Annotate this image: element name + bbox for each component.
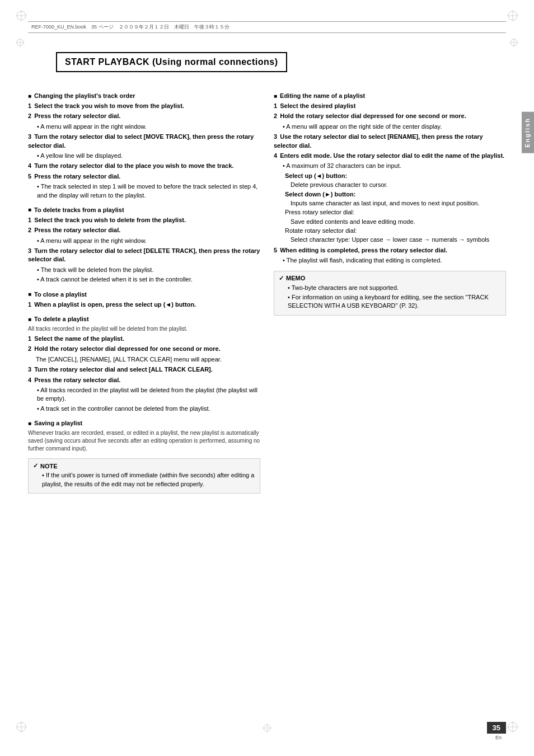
step-4-change: 4 Turn the rotary selector dial to the p…	[28, 162, 260, 170]
step-4-del-playlist: 4 Press the rotary selector dial.	[28, 376, 260, 384]
note-bullet-1: If the unit's power is turned off immedi…	[42, 471, 255, 489]
memo-title: ✓ MEMO	[279, 275, 501, 282]
step-2-del-playlist: 2 Hold the rotary selector dial depresse…	[28, 345, 260, 353]
memo-box: ✓ MEMO Two-byte characters are not suppo…	[274, 271, 506, 316]
title-section: START PLAYBACK (Using normal connections…	[28, 42, 506, 80]
step-text: Hold the rotary selector dial depressed …	[280, 112, 466, 119]
step-num: 1	[274, 102, 277, 109]
step-2-edit: 2 Hold the rotary selector dial depresse…	[274, 112, 506, 120]
section-saving-playlist: Saving a playlist Whenever tracks are re…	[28, 420, 260, 494]
page-title: START PLAYBACK (Using normal connections…	[65, 57, 278, 67]
corner-mark-bl	[16, 721, 27, 734]
corner-mark-tl	[16, 10, 27, 22]
step-text: When editing is completed, press the rot…	[280, 247, 447, 253]
corner-mark-tr	[507, 10, 518, 22]
sub-item-label: Select up (◄) button:	[285, 172, 347, 179]
section-close-playlist: To close a playlist 1 When a playlist is…	[28, 291, 260, 309]
section-header-editing-name: Editing the name of a playlist	[274, 92, 506, 99]
step-num: 1	[28, 335, 31, 342]
step-num: 4	[28, 162, 31, 169]
sub-item-rotate-rotary-text: Select character type: Upper case → lowe…	[291, 236, 506, 244]
sidebar-label: English	[522, 112, 534, 153]
page-wrapper: REF-7000_KU_EN.book 35 ページ ２００９年２月１２日 木曜…	[0, 0, 534, 756]
step-1-delete: 1 Select the track you wish to delete fr…	[28, 216, 260, 224]
reg-mark-bottom-center	[263, 724, 271, 734]
sub-item-label: Press rotary selector dial:	[285, 209, 354, 215]
step-num: 5	[28, 173, 31, 180]
step-num: 2	[28, 227, 31, 233]
memo-label: MEMO	[286, 275, 305, 281]
left-column: Changing the playlist's track order 1 Se…	[28, 86, 260, 499]
step-4-edit: 4 Enters edit mode. Use the rotary selec…	[274, 152, 506, 160]
sub-item-select-up-label: Select up (◄) button:	[285, 172, 506, 180]
bullet-3-change: The track selected in step 1 will be mov…	[37, 182, 260, 200]
sub-item-press-rotary-text: Save edited contents and leave editing m…	[291, 218, 506, 226]
bullet-3-edit: The playlist will flash, indicating that…	[283, 256, 506, 265]
delete-playlist-intro: All tracks recorded in the playlist will…	[28, 325, 260, 333]
step-3-delete: 3 Turn the rotary selector dial to selec…	[28, 247, 260, 264]
bullet-1-edit: A menu will appear on the right side of …	[283, 123, 506, 131]
section-delete-playlist: To delete a playlist All tracks recorded…	[28, 316, 260, 413]
main-content: Changing the playlist's track order 1 Se…	[28, 86, 506, 499]
step-num: 2	[28, 345, 31, 352]
step-text: When a playlist is open, press the selec…	[34, 301, 196, 308]
step-1-change: 1 Select the track you wish to move from…	[28, 102, 260, 110]
step-num: 3	[28, 133, 31, 140]
sub-item-press-rotary-label: Press rotary selector dial:	[285, 208, 506, 217]
step-text: Turn the rotary selector dial and select…	[34, 366, 213, 373]
step-text: Press the rotary selector dial.	[34, 377, 120, 383]
header-bar: REF-7000_KU_EN.book 35 ページ ２００９年２月１２日 木曜…	[28, 21, 506, 33]
right-column: Editing the name of a playlist 1 Select …	[274, 86, 506, 499]
memo-checkmark-icon: ✓	[279, 275, 284, 282]
memo-bullet-2: For information on using a keyboard for …	[288, 293, 501, 311]
step-text: Press the rotary selector dial.	[34, 112, 120, 119]
section-changing-track-order: Changing the playlist's track order 1 Se…	[28, 92, 260, 200]
step-num: 2	[28, 112, 31, 119]
bullet-2-change: A yellow line will be displayed.	[37, 152, 260, 160]
step-3-del-playlist: 3 Turn the rotary selector dial and sele…	[28, 365, 260, 374]
note-title: ✓ NOTE	[33, 462, 255, 469]
step-text: Turn the rotary selector dial to select …	[28, 133, 254, 148]
sub-item-select-up-text: Delete previous character to cursor.	[291, 181, 506, 189]
sub-item-label: Select down (►) button:	[285, 191, 355, 198]
step-text: Enters edit mode. Use the rotary selecto…	[280, 152, 504, 159]
step-2-delete: 2 Press the rotary selector dial.	[28, 226, 260, 234]
section-header-close-playlist: To close a playlist	[28, 291, 260, 298]
step-text: Use the rotary selector dial to select […	[274, 133, 483, 148]
bullet-1-delete: A menu will appear in the right window.	[37, 237, 260, 245]
bullet-2-edit: A maximum of 32 characters can be input.	[283, 162, 506, 170]
page-number-box: 35	[487, 722, 506, 734]
step-1-close: 1 When a playlist is open, press the sel…	[28, 300, 260, 309]
page-number: 35	[493, 724, 500, 732]
step-text: Select the track you wish to delete from…	[34, 217, 186, 223]
bullet-1-change: A menu will appear in the right window.	[37, 123, 260, 131]
section-header-delete-tracks: To delete tracks from a playlist	[28, 206, 260, 213]
bullet-2-del-playlist: A track set in the controller cannot be …	[37, 405, 260, 413]
step-num: 3	[28, 247, 31, 254]
memo-bullet-1: Two-byte characters are not supported.	[288, 284, 501, 292]
step-num: 5	[274, 247, 277, 253]
step-num: 3	[274, 133, 277, 140]
sub-item-label: Rotate rotary selector dial:	[285, 227, 357, 234]
section-header-delete-playlist: To delete a playlist	[28, 316, 260, 322]
step-text: Turn the rotary selector dial to the pla…	[34, 162, 233, 169]
sub-item-select-down-label: Select down (►) button:	[285, 190, 506, 199]
bullet-2-delete: The track will be deleted from the playl…	[37, 266, 260, 274]
step-1-del-playlist: 1 Select the name of the playlist.	[28, 335, 260, 343]
reg-mark-left	[16, 38, 25, 48]
saving-playlist-intro: Whenever tracks are recorded, erased, or…	[28, 429, 260, 453]
step-text: Hold the rotary selector dial depressed …	[34, 345, 221, 352]
step-text: Turn the rotary selector dial to select …	[28, 247, 260, 262]
step-num: 1	[28, 217, 31, 223]
reg-mark-right	[509, 38, 518, 48]
step-text: Select the name of the playlist.	[34, 335, 124, 342]
step-num: 1	[28, 301, 31, 308]
sub-item-rotate-rotary-label: Rotate rotary selector dial:	[285, 227, 506, 235]
sub-text-del-playlist: The [CANCEL], [RENAME], [ALL TRACK CLEAR…	[36, 355, 260, 364]
note-label: NOTE	[40, 463, 58, 469]
step-num: 4	[274, 152, 277, 159]
corner-mark-br	[507, 721, 518, 734]
step-num: 1	[28, 102, 31, 109]
section-delete-tracks: To delete tracks from a playlist 1 Selec…	[28, 206, 260, 284]
step-2-change: 2 Press the rotary selector dial.	[28, 112, 260, 120]
